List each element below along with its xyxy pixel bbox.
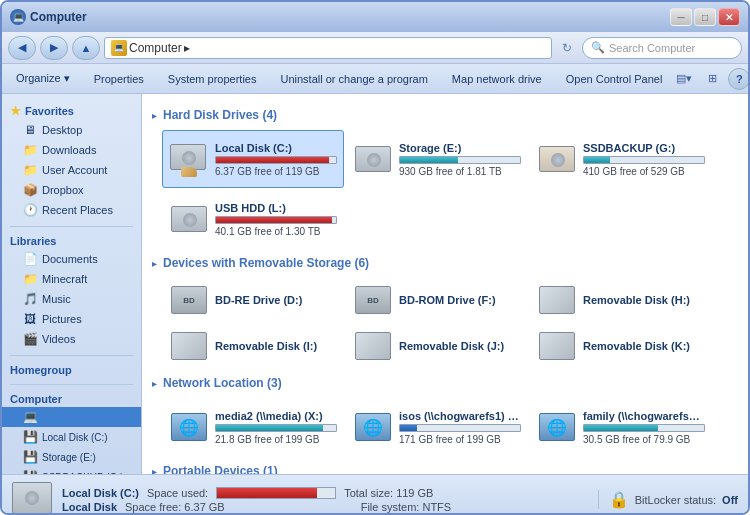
bitlocker-value: Off [722,494,738,506]
net-y-body: 🌐 [355,413,391,441]
desktop-icon: 🖥 [22,122,38,138]
bitlocker-section: 🔒 BitLocker status: Off [598,490,738,509]
up-button[interactable]: ▲ [72,36,100,60]
hard-disk-grid: Local Disk (C:) 6.37 GB free of 119 GB S… [152,130,738,248]
rem-k-body [539,332,575,360]
favorites-label: Favorites [25,105,74,117]
hdd-l-body [171,206,207,232]
drive-z-space: 30.5 GB free of 79.9 GB [583,434,705,445]
hdd-g-body [539,146,575,172]
drive-g-space: 410 GB free of 529 GB [583,166,705,177]
open-control-panel-button[interactable]: Open Control Panel [558,68,671,90]
music-icon: 🎵 [22,291,38,307]
drive-rem-i[interactable]: Removable Disk (I:) [162,324,344,368]
drive-f-info: BD-ROM Drive (F:) [399,294,521,306]
drive-rem-j[interactable]: Removable Disk (J:) [346,324,528,368]
sidebar-item-documents[interactable]: 📄 Documents [2,249,141,269]
sidebar-item-computer[interactable]: 💻 [2,407,141,427]
sidebar-item-minecraft[interactable]: 📁 Minecraft [2,269,141,289]
sidebar-item-dropbox[interactable]: 📦 Dropbox [2,180,141,200]
drive-c-name: Local Disk (C:) [215,142,337,154]
drive-bd-f[interactable]: BD BD-ROM Drive (F:) [346,278,528,322]
status-drive-sub: Local Disk [62,501,117,513]
title-bar-left: 💻 Computer [10,9,670,25]
portable-section-header: ▸ Portable Devices (1) [152,464,738,474]
drive-l-name: USB HDD (L:) [215,202,337,214]
maximize-button[interactable]: □ [694,8,716,26]
sidebar-item-videos[interactable]: 🎬 Videos [2,329,141,349]
hdd-c-circle [182,151,196,165]
close-button[interactable]: ✕ [718,8,740,26]
network-arrow: ▸ [152,378,157,389]
organize-button[interactable]: Organize ▾ [8,68,78,90]
drive-media2-x[interactable]: 🌐 media2 (\\media) (X:) 21.8 GB free of … [162,398,344,456]
recent-icon: 🕐 [22,202,38,218]
hdd-g-circle [551,153,565,167]
sidebar-item-ssdbackup[interactable]: 💾 SSDBACKUP (G:) [2,467,141,474]
window-title: Computer [30,10,87,24]
sidebar-item-music[interactable]: 🎵 Music [2,289,141,309]
drive-d-thumb: BD [169,282,209,318]
drive-g-progress-wrap [583,156,705,164]
status-bar: Local Disk (C:) Space used: Total size: … [2,474,748,515]
properties-button[interactable]: Properties [86,68,152,90]
drive-ssdbackup-g[interactable]: SSDBACKUP (G:) 410 GB free of 529 GB [530,130,712,188]
view-icons-button[interactable]: ⊞ [700,68,724,90]
drive-bd-d[interactable]: BD BD-RE Drive (D:) [162,278,344,322]
drive-family-z[interactable]: 🌐 family (\\chogwarefs1) (Z:) 30.5 GB fr… [530,398,712,456]
forward-button[interactable]: ▶ [40,36,68,60]
dropbox-icon: 📦 [22,182,38,198]
system-properties-button[interactable]: System properties [160,68,265,90]
drive-rem-k[interactable]: Removable Disk (K:) [530,324,712,368]
drive-local-c[interactable]: Local Disk (C:) 6.37 GB free of 119 GB [162,130,344,188]
drive-i-thumb [169,328,209,364]
status-filesystem: File system: NTFS [361,501,451,513]
status-progress-bar [216,487,336,499]
view-toggle-button[interactable]: ▤▾ [672,68,696,90]
sidebar-sep-1 [10,226,133,227]
drive-f-thumb: BD [353,282,393,318]
minimize-button[interactable]: ─ [670,8,692,26]
network-title: Network Location (3) [163,376,282,390]
drive-j-name: Removable Disk (J:) [399,340,521,352]
sidebar-favorites-header: ★ Favorites [2,100,141,120]
removable-grid: BD BD-RE Drive (D:) BD BD-ROM Drive (F:) [152,278,738,368]
sidebar-item-recent[interactable]: 🕐 Recent Places [2,200,141,220]
status-drive-icon [12,482,52,516]
refresh-button[interactable]: ↻ [556,37,578,59]
sidebar-item-pictures[interactable]: 🖼 Pictures [2,309,141,329]
hard-disk-title: Hard Disk Drives (4) [163,108,277,122]
sidebar-sep-2 [10,355,133,356]
help-button[interactable]: ? [728,68,750,90]
drive-d-name: BD-RE Drive (D:) [215,294,337,306]
drive-l-info: USB HDD (L:) 40.1 GB free of 1.30 TB [215,202,337,237]
sidebar-item-downloads[interactable]: 📁 Downloads [2,140,141,160]
folder-icon-docs: 📄 [22,251,38,267]
sidebar-item-local-c[interactable]: 💾 Local Disk (C:) [2,427,141,447]
drive-c-flag [169,167,209,177]
sidebar-item-user[interactable]: 📁 User Account [2,160,141,180]
drive-e-thumb [353,141,393,177]
drive-d-info: BD-RE Drive (D:) [215,294,337,306]
drive-x-space: 21.8 GB free of 199 GB [215,434,337,445]
bd-f-body: BD [355,286,391,314]
sidebar-item-storage-e[interactable]: 💾 Storage (E:) [2,447,141,467]
uninstall-button[interactable]: Uninstall or change a program [273,68,436,90]
lock-icon: 🔒 [609,490,629,509]
address-input[interactable]: 💻 Computer ▸ [104,37,552,59]
drive-i-info: Removable Disk (I:) [215,340,337,352]
search-box[interactable]: 🔍 Search Computer [582,37,742,59]
drive-l-thumb [169,201,209,237]
sidebar-item-desktop[interactable]: 🖥 Desktop [2,120,141,140]
sidebar-homegroup-section: Homegroup [2,360,141,378]
drive-rem-h[interactable]: Removable Disk (H:) [530,278,712,322]
drive-storage-e[interactable]: Storage (E:) 930 GB free of 1.81 TB [346,130,528,188]
drive-e-space: 930 GB free of 1.81 TB [399,166,521,177]
drive-z-progress-wrap [583,424,705,432]
sidebar-libraries-header: Libraries [2,231,141,249]
drive-x-name: media2 (\\media) (X:) [215,410,337,422]
drive-usb-l[interactable]: USB HDD (L:) 40.1 GB free of 1.30 TB [162,190,344,248]
drive-isos-y[interactable]: 🌐 isos (\\chogwarefs1) (Y:) 171 GB free … [346,398,528,456]
back-button[interactable]: ◀ [8,36,36,60]
map-network-button[interactable]: Map network drive [444,68,550,90]
